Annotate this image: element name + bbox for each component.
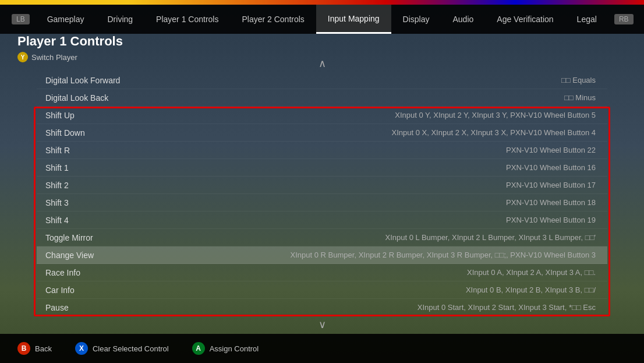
- control-binding: XInput 0 B, XInput 2 B, XInput 3 B, □□/: [182, 286, 601, 294]
- control-row[interactable]: PauseXInput 0 Start, XInput 2 Start, XIn…: [37, 299, 607, 316]
- control-binding: XInput 0 Start, XInput 2 Start, XInput 3…: [182, 303, 601, 312]
- navbar: LB GameplayDrivingPlayer 1 ControlsPlaye…: [0, 5, 644, 34]
- nav-item-display[interactable]: Display: [391, 5, 441, 34]
- bottom-action-assign[interactable]: AAssign Control: [192, 342, 259, 355]
- control-name: Shift Up: [43, 111, 182, 120]
- control-row[interactable]: Shift UpXInput 0 Y, XInput 2 Y, XInput 3…: [37, 107, 607, 124]
- control-binding: PXN-V10 Wheel Button 22: [182, 146, 601, 154]
- control-row[interactable]: Shift DownXInput 0 X, XInput 2 X, XInput…: [37, 124, 607, 142]
- back-button-icon: B: [17, 342, 30, 355]
- control-row[interactable]: Shift 1PXN-V10 Wheel Button 16: [37, 159, 607, 177]
- nav-item-audio[interactable]: Audio: [441, 5, 486, 34]
- bottom-action-clear[interactable]: XClear Selected Control: [75, 342, 169, 355]
- switch-player[interactable]: Y Switch Player: [17, 52, 123, 62]
- controls-container: ∧ Digital Look Forward□□ EqualsDigital L…: [0, 55, 644, 363]
- nav-item-player1controls[interactable]: Player 1 Controls: [144, 5, 230, 34]
- assign-button-icon: A: [192, 342, 205, 355]
- control-name: Shift R: [43, 146, 182, 155]
- lb-button[interactable]: LB: [12, 14, 30, 24]
- nav-item-ageverification[interactable]: Age Verification: [485, 5, 565, 34]
- clear-label: Clear Selected Control: [93, 344, 169, 353]
- nav-item-driving[interactable]: Driving: [96, 5, 145, 34]
- control-name: Shift 3: [43, 198, 182, 207]
- player-title: Player 1 Controls: [17, 34, 123, 49]
- control-name: Shift 2: [43, 181, 182, 190]
- control-name: Digital Look Back: [43, 93, 182, 103]
- bottom-action-back[interactable]: BBack: [17, 342, 52, 355]
- controls-list: Digital Look Forward□□ EqualsDigital Loo…: [37, 72, 607, 316]
- nav-item-gameplay[interactable]: Gameplay: [36, 5, 96, 34]
- control-binding: □□ Minus: [182, 93, 601, 102]
- nav-item-player2controls[interactable]: Player 2 Controls: [230, 5, 316, 34]
- control-row[interactable]: Shift 4PXN-V10 Wheel Button 19: [37, 212, 607, 229]
- top-stripe: [0, 0, 644, 5]
- nav-item-legal[interactable]: Legal: [565, 5, 608, 34]
- control-binding: XInput 0 Y, XInput 2 Y, XInput 3 Y, PXN-…: [182, 111, 601, 119]
- back-label: Back: [35, 344, 52, 353]
- bottom-bar: BBackXClear Selected ControlAAssign Cont…: [0, 334, 644, 363]
- switch-player-label: Switch Player: [31, 53, 77, 62]
- control-binding: PXN-V10 Wheel Button 19: [182, 216, 601, 224]
- control-row[interactable]: Toggle MirrorXInput 0 L Bumper, XInput 2…: [37, 229, 607, 246]
- control-binding: XInput 0 A, XInput 2 A, XInput 3 A, □□.: [182, 268, 601, 277]
- control-name: Shift 4: [43, 216, 182, 225]
- control-binding: PXN-V10 Wheel Button 18: [182, 198, 601, 207]
- control-row[interactable]: Digital Look Forward□□ Equals: [37, 72, 607, 89]
- control-name: Change View: [43, 251, 182, 260]
- control-row[interactable]: Change ViewXInput 0 R Bumper, XInput 2 R…: [37, 246, 607, 264]
- control-row[interactable]: Shift 2PXN-V10 Wheel Button 17: [37, 177, 607, 194]
- control-name: Toggle Mirror: [43, 233, 182, 242]
- clear-button-icon: X: [75, 342, 88, 355]
- control-name: Shift Down: [43, 128, 182, 138]
- control-name: Digital Look Forward: [43, 76, 182, 85]
- control-binding: □□ Equals: [182, 76, 601, 84]
- control-binding: XInput 0 R Bumper, XInput 2 R Bumper, XI…: [182, 251, 601, 259]
- control-row[interactable]: Car InfoXInput 0 B, XInput 2 B, XInput 3…: [37, 281, 607, 299]
- control-name: Pause: [43, 303, 182, 312]
- control-row[interactable]: Race InfoXInput 0 A, XInput 2 A, XInput …: [37, 264, 607, 281]
- scroll-down-arrow[interactable]: ∨: [319, 316, 326, 333]
- control-row[interactable]: Shift RPXN-V10 Wheel Button 22: [37, 142, 607, 159]
- control-name: Race Info: [43, 268, 182, 277]
- assign-label: Assign Control: [210, 344, 259, 353]
- control-name: Shift 1: [43, 163, 182, 172]
- y-button-icon: Y: [17, 52, 28, 62]
- scroll-up-arrow[interactable]: ∧: [319, 55, 326, 72]
- control-binding: XInput 0 L Bumper, XInput 2 L Bumper, XI…: [182, 233, 601, 242]
- control-name: Car Info: [43, 286, 182, 295]
- control-binding: PXN-V10 Wheel Button 17: [182, 181, 601, 189]
- nav-item-inputmapping[interactable]: Input Mapping: [316, 5, 391, 34]
- control-binding: XInput 0 X, XInput 2 X, XInput 3 X, PXN-…: [182, 128, 601, 137]
- control-row[interactable]: Shift 3PXN-V10 Wheel Button 18: [37, 194, 607, 212]
- left-panel: Player 1 Controls Y Switch Player: [17, 34, 123, 62]
- control-binding: PXN-V10 Wheel Button 16: [182, 163, 601, 172]
- control-row[interactable]: Digital Look Back□□ Minus: [37, 89, 607, 107]
- nav-items: GameplayDrivingPlayer 1 ControlsPlayer 2…: [36, 5, 608, 34]
- rb-button[interactable]: RB: [614, 14, 634, 24]
